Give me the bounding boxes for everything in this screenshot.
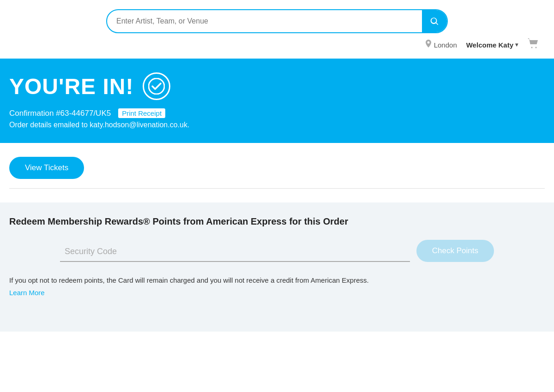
- check-points-button[interactable]: Check Points: [416, 240, 494, 262]
- welcome-label: Welcome Katy: [466, 41, 513, 49]
- nav-row: London Welcome Katy ▾: [0, 33, 554, 54]
- view-tickets-button[interactable]: View Tickets: [9, 157, 84, 179]
- header: London Welcome Katy ▾: [0, 0, 554, 59]
- check-circle-icon: [143, 72, 170, 100]
- main-content: View Tickets: [0, 143, 554, 202]
- rewards-title: Redeem Membership Rewards® Points from A…: [9, 216, 545, 227]
- section-divider: [9, 188, 545, 189]
- svg-point-2: [149, 78, 164, 94]
- svg-point-1: [536, 47, 537, 48]
- search-bar-row: [0, 9, 554, 33]
- location-label: London: [434, 41, 457, 49]
- confirmation-number: Confirmation #63-44677/UK5: [9, 109, 111, 118]
- welcome-dropdown[interactable]: Welcome Katy ▾: [466, 41, 518, 49]
- security-code-row: Check Points: [60, 240, 494, 262]
- security-code-input[interactable]: [60, 242, 410, 262]
- confirmation-banner: YOU'RE IN! Confirmation #63-44677/UK5 Pr…: [0, 59, 554, 143]
- search-button[interactable]: [422, 9, 447, 33]
- confirmation-number-row: Confirmation #63-44677/UK5 Print Receipt: [9, 108, 545, 118]
- rewards-disclaimer: If you opt not to redeem points, the Car…: [9, 275, 545, 286]
- location-item[interactable]: London: [425, 40, 457, 50]
- print-receipt-link[interactable]: Print Receipt: [118, 108, 165, 118]
- email-details: Order details emailed to katy.hodson@liv…: [9, 121, 545, 129]
- location-pin-icon: [425, 40, 432, 50]
- search-input[interactable]: [107, 17, 422, 25]
- search-icon: [429, 16, 440, 26]
- banner-top: YOU'RE IN!: [9, 72, 545, 100]
- chevron-down-icon: ▾: [515, 42, 518, 48]
- cart-icon[interactable]: [527, 38, 540, 52]
- learn-more-link[interactable]: Learn More: [9, 289, 45, 297]
- rewards-section: Redeem Membership Rewards® Points from A…: [0, 202, 554, 332]
- svg-point-0: [531, 47, 533, 48]
- confirmation-heading: YOU'RE IN!: [9, 74, 133, 99]
- search-bar: [106, 9, 448, 33]
